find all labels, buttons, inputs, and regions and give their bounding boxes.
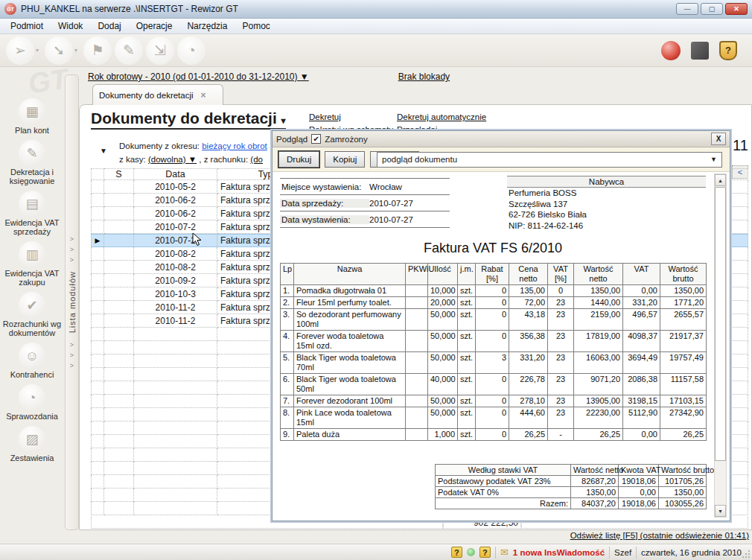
sidebar-item-zestawienia[interactable]: ▨Zestawienia [0, 426, 64, 462]
buyer-line: Perfumeria BOSS [507, 188, 706, 199]
menu-bar: PodmiotWidokDodajOperacjeNarzędziaPomoc [0, 19, 752, 34]
buyer-line: 62-726 Bielsko Biała [507, 209, 706, 220]
sidebar-item-dekretacja-i-księgowanie[interactable]: ✎Dekretacja i księgowanie [0, 140, 64, 185]
app-logo-icon: GT [4, 3, 16, 15]
mail-icon: ✉ [500, 547, 509, 558]
invoice-item-row: 2.Fleur 15ml perfumy toalet.20,000szt.07… [281, 297, 707, 309]
send-arrow-icon-dropdown[interactable]: ▾ [74, 47, 77, 54]
sidebar-item-ewidencja-vat-sprzedaży[interactable]: ▤Ewidencja VAT sprzedaży [0, 191, 64, 236]
invoice-info-table: Miejsce wystawienia:WrocławData sprzedaż… [280, 178, 450, 228]
link-dekretuj-automatycznie[interactable]: Dekretuj automatycznie [397, 112, 486, 125]
user-name: Szef [614, 548, 631, 557]
help-status-icon-2[interactable]: ? [479, 547, 491, 558]
plan-kont-icon: ▦ [19, 98, 45, 125]
main-toolbar: ➢▾➘▾⚑✎⇲◔ ? [0, 34, 752, 67]
help-status-icon[interactable]: ? [451, 547, 462, 558]
invoice-info-row: Data wystawienia:2010-07-27 [280, 211, 450, 228]
buyer-lines: Perfumeria BOSSSzczęśliwa 13762-726 Biel… [507, 188, 706, 231]
row-count-fragment: 11 [733, 137, 748, 154]
preview-close-icon[interactable]: X [711, 133, 726, 145]
invoice-items-header: LpNazwaPKWiUIlośćj.m.Rabat [%]Cena netto… [281, 264, 707, 285]
invoice-item-row: 5.Black Tiger woda toaletowa 70ml50,000s… [281, 352, 707, 374]
minimize-button[interactable]: — [676, 3, 698, 15]
invoice-item-row: 3.So dezodorant perfumowany 100ml50,000s… [281, 309, 707, 331]
invoice-item-row: 7.Forever dezodorant 100ml50,000szt.0278… [281, 395, 707, 407]
col-s: S [104, 168, 134, 180]
page-title-caret-icon[interactable]: ▾ [281, 115, 286, 126]
sidebar-item-ewidencja-vat-zakupu[interactable]: ▥Ewidencja VAT zakupu [0, 241, 64, 287]
menu-item-widok[interactable]: Widok [51, 19, 90, 34]
vat-summary-table: Według stawki VATWartość nettoKwota VATW… [435, 464, 707, 509]
dropdown-arrow-icon: ▼ [710, 156, 717, 163]
frozen-checkbox[interactable]: ✔ [311, 134, 321, 144]
menu-item-narzędzia[interactable]: Narzędzia [179, 19, 235, 34]
refresh-list-link[interactable]: Odśwież listę [F5] (ostatnie odświeżenie… [570, 531, 749, 540]
menu-item-pomoc[interactable]: Pomoc [235, 19, 277, 34]
menu-item-podmiot[interactable]: Podmiot [3, 19, 51, 34]
gt-watermark: GT [26, 63, 69, 101]
col-data: Data [134, 168, 217, 180]
preview-scrollbar[interactable]: ▲ ▼ [714, 174, 727, 518]
vat-summary-header: Według stawki VATWartość nettoKwota VATW… [436, 465, 707, 476]
module-list-label: Lista modułów [68, 271, 77, 333]
invoice-info-row: Miejsce wystawienia:Wrocław [280, 179, 450, 195]
buyer-header: Nabywca [507, 176, 706, 188]
view-selector-dropdown[interactable]: podgląd dokumentu ▼ [377, 152, 722, 168]
scroll-up-icon[interactable]: ▲ [715, 174, 726, 186]
scroll-thumb[interactable] [715, 187, 726, 461]
attach-decree-icon[interactable]: ✎ [115, 36, 143, 65]
sidebar-item-kontrahenci[interactable]: ☺Kontrahenci [0, 343, 64, 379]
menu-item-operacje[interactable]: Operacje [129, 19, 180, 34]
insert-sphere-icon[interactable] [661, 41, 681, 60]
title-bar: GT PHU_KANKEL na serwerze .\INSERTGT - R… [0, 0, 752, 19]
stamp-icon[interactable]: ◔ [177, 36, 205, 65]
invoice-info-row: Data sprzedaży:2010-07-27 [280, 195, 450, 211]
link-dekretuj[interactable]: Dekretuj [309, 112, 397, 125]
period-value-link[interactable]: bieżący rok obrot [202, 141, 267, 150]
maximize-button[interactable]: ▢ [701, 3, 723, 15]
sidebar-item-rozrachunki-wg-dokumentów[interactable]: ✔Rozrachunki wg dokumentów [0, 292, 64, 337]
close-button[interactable]: ✕ [725, 3, 748, 15]
menu-item-dodaj[interactable]: Dodaj [90, 19, 128, 34]
auto-decree-icon[interactable]: ⇲ [146, 36, 174, 65]
decree-arrow-icon[interactable]: ➢ [6, 36, 34, 65]
window-title: PHU_KANKEL na serwerze .\INSERTGT - Rewi… [21, 4, 238, 14]
insmessage-link[interactable]: 1 nowa InsWiadomość [513, 548, 605, 557]
sidebar-item-plan-kont[interactable]: ▦Plan kont [0, 98, 64, 135]
resize-grip[interactable] [742, 550, 751, 559]
lock-status-link[interactable]: Brak blokady [398, 71, 450, 82]
drukuj-button[interactable]: Drukuj [278, 151, 319, 168]
cash-value-link[interactable]: (dowolna) ▼ [148, 155, 197, 164]
scroll-down-icon[interactable]: ▼ [715, 505, 726, 517]
tab-close-icon[interactable]: × [201, 90, 206, 101]
toolbar-left-icons: ➢▾➘▾⚑✎⇲◔ [6, 36, 208, 65]
invoice-title: Faktura VAT FS 6/2010 [280, 241, 706, 256]
vat-summary-row: Podatek VAT 0%1350,000,001350,00 [436, 487, 707, 498]
decree-arrow-icon-dropdown[interactable]: ▾ [36, 47, 39, 54]
kopiuj-button[interactable]: Kopiuj [325, 151, 365, 168]
flag-pin-icon[interactable]: ⚑ [83, 36, 112, 65]
account-label: , z rachunku: [199, 155, 248, 164]
preview-title: Podgląd [276, 135, 308, 144]
buyer-box: Nabywca Perfumeria BOSSSzczęśliwa 13762-… [507, 176, 706, 231]
fiscal-year-link[interactable]: Rok obrotowy - 2010 (od 01-01-2010 do 31… [88, 71, 309, 82]
buyer-line: NIP: 811-24-62-146 [507, 220, 706, 232]
help-shield-icon[interactable]: ? [719, 41, 737, 60]
vat-zakupu-icon: ▥ [19, 241, 45, 268]
send-arrow-icon[interactable]: ➘ [45, 36, 73, 65]
module-sidebar: ▦Plan kont✎Dekretacja i księgowanie▤Ewid… [0, 98, 64, 462]
cube-icon[interactable] [691, 42, 709, 60]
vat-summary-body: Podstawowy podatek VAT 23%82687,2019018,… [436, 476, 707, 509]
frozen-label: Zamrożony [325, 135, 368, 144]
module-list-strip[interactable]: >>> Lista modułów >>> [65, 74, 79, 530]
rozrachunki-icon: ✔ [19, 292, 45, 319]
filter-caret-icon[interactable]: ▼ [100, 147, 107, 155]
sidebar-item-sprawozdania[interactable]: ◔Sprawozdania [0, 384, 64, 421]
kontrahenci-icon: ☺ [19, 343, 45, 369]
preview-title-bar[interactable]: Podgląd ✔ Zamrożony X [273, 131, 730, 147]
tab-dokumenty-do-dekretacji[interactable]: Dokumenty do dekretacji × [92, 84, 223, 105]
invoice-preview-area: Miejsce wystawienia:WrocławData sprzedaż… [273, 172, 730, 521]
vat-summary-row: Podstawowy podatek VAT 23%82687,2019018,… [436, 476, 707, 487]
account-value-link[interactable]: (do [250, 155, 263, 164]
dekretacja-icon: ✎ [19, 140, 45, 167]
